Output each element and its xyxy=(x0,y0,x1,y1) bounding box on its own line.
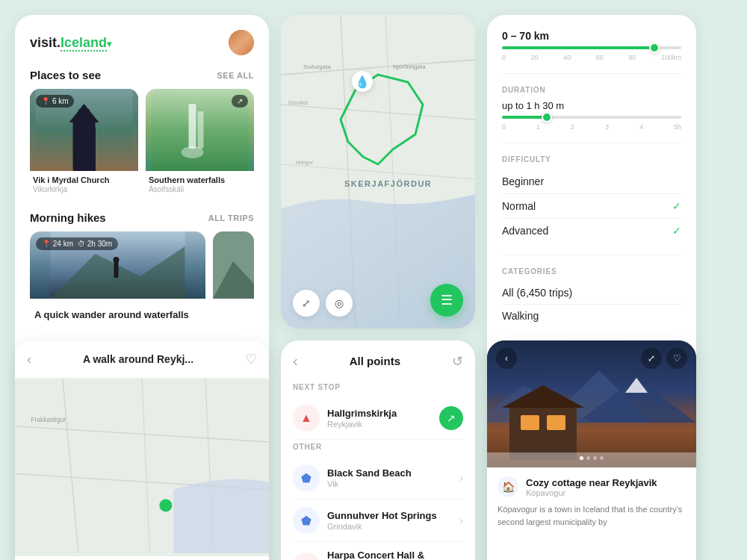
map-fab[interactable]: ☰ xyxy=(430,284,463,317)
cottage-heart-icon: ♡ xyxy=(673,353,681,364)
categories-filter: CATEGORIES All (6,450 trips) Walking xyxy=(502,267,681,327)
points-back-btn[interactable]: ‹ xyxy=(293,352,298,370)
map-controls: ⤢ ◎ xyxy=(293,290,353,317)
cottage-back-btn[interactable]: ‹ xyxy=(496,348,517,369)
logo-highlight: Iceland xyxy=(61,35,107,52)
distance-range-labels: 0 20 40 60 80 100km xyxy=(502,54,681,61)
point-name-springs: Gunnuhver Hot Springs xyxy=(327,510,452,521)
duration-thumb[interactable] xyxy=(542,112,552,122)
distance-thumb[interactable] xyxy=(649,43,660,53)
point-icon-black-sand: ⬟ xyxy=(293,464,320,491)
point-sub-black-sand: Vik xyxy=(327,479,452,488)
category-walking[interactable]: Walking xyxy=(502,305,681,327)
category-all[interactable]: All (6,450 trips) xyxy=(502,281,681,304)
places-see-all-link[interactable]: SEE ALL xyxy=(217,71,254,80)
card-cottage: ‹ ⤢ ♡ 🏠 xyxy=(487,340,696,560)
duration-filter: DURATION up to 1 h 30 m 0 1 2 3 4 5h xyxy=(502,86,681,131)
svg-point-13 xyxy=(114,257,120,263)
difficulty-normal-check: ✓ xyxy=(672,200,681,212)
distance-track[interactable] xyxy=(502,46,681,49)
hikes-row: 📍 24 km ⏱ 2h 30m A quick wander around w… xyxy=(30,231,254,322)
place-card-church[interactable]: 📍 6 km Vik i Myrdal Church Vikurkirkja xyxy=(30,89,138,195)
divider-3 xyxy=(502,255,681,255)
logo-text: visit.Iceland▾ xyxy=(30,35,111,50)
hike-item-main[interactable]: 📍 24 km ⏱ 2h 30m A quick wander around w… xyxy=(30,231,205,322)
points-refresh-icon[interactable]: ↺ xyxy=(452,353,463,370)
difficulty-normal[interactable]: Normal ✓ xyxy=(502,194,681,218)
map-share-btn[interactable]: ⤢ xyxy=(293,290,320,317)
svg-rect-4 xyxy=(79,109,90,112)
cottage-share-btn[interactable]: ⤢ xyxy=(641,348,662,369)
difficulty-beginner-label: Beginner xyxy=(502,175,544,187)
difficulty-advanced[interactable]: Advanced ✓ xyxy=(502,219,681,243)
compass-icon: ◎ xyxy=(335,297,344,309)
pin-icon: 💧 xyxy=(355,75,370,89)
cottage-name: Cozy cottage near Reykjavik xyxy=(526,477,657,488)
hall-icon: ▲ xyxy=(300,411,312,425)
place-badge-waterfall: ↗ xyxy=(232,95,248,108)
point-hot-springs[interactable]: ⬟ Gunnuhver Hot Springs Grindavik › xyxy=(293,500,463,542)
point-hallgrimskirkja[interactable]: ▲ Hallgrimskirkja Reykjavik ↗ xyxy=(293,397,463,440)
places-row: 📍 6 km Vik i Myrdal Church Vikurkirkja xyxy=(30,89,254,195)
category-all-label: All (6,450 trips) xyxy=(502,287,572,299)
duration-range-labels: 0 1 2 3 4 5h xyxy=(502,123,681,131)
app-header: visit.Iceland▾ xyxy=(30,30,254,55)
difficulty-filter: DIFFICULTY Beginner Normal ✓ Advanced ✓ xyxy=(502,155,681,243)
point-info-harpa: Harpa Concert Hall & Confer... Reykjavik xyxy=(327,550,452,560)
points-title: All points xyxy=(350,355,400,367)
map-pin[interactable]: 💧 xyxy=(352,71,373,92)
point-info-springs: Gunnuhver Hot Springs Grindavik xyxy=(327,510,452,531)
hike-item-secondary[interactable] xyxy=(213,231,254,322)
point-name-hall: Hallgrimskirkja xyxy=(327,408,432,419)
logo-dropdown-icon[interactable]: ▾ xyxy=(107,39,111,49)
point-info-hall: Hallgrimskirkja Reykjavik xyxy=(327,408,432,429)
map-compass-btn[interactable]: ◎ xyxy=(326,290,353,317)
difficulty-beginner[interactable]: Beginner xyxy=(502,169,681,193)
walk-back-btn[interactable]: ‹ xyxy=(27,352,31,367)
place-card-waterfall[interactable]: ↗ Southern waterfalls Ásoifsskáli xyxy=(146,89,254,195)
difficulty-advanced-label: Advanced xyxy=(502,225,548,237)
svg-point-9 xyxy=(182,146,204,158)
svg-rect-1 xyxy=(73,119,96,171)
hikes-all-trips-link[interactable]: ALL TRIPS xyxy=(208,214,254,223)
avatar[interactable] xyxy=(229,30,254,55)
point-black-sand[interactable]: ⬟ Black Sand Beach Vik › xyxy=(293,457,463,500)
logo-prefix: visit. xyxy=(30,35,61,50)
hikes-section-header: Morning hikes ALL TRIPS xyxy=(30,211,254,224)
svg-rect-5 xyxy=(78,134,91,149)
difficulty-section-label: DIFFICULTY xyxy=(502,155,681,164)
point-icon-springs: ⬟ xyxy=(293,507,320,534)
next-stop-label: NEXT STOP xyxy=(293,383,463,391)
card-walk: ‹ A walk around Reykj... ♡ Frakkastigur xyxy=(15,340,269,560)
duration-value: up to 1 h 30 m xyxy=(502,100,681,111)
svg-rect-44 xyxy=(487,452,696,467)
svg-rect-7 xyxy=(189,104,196,149)
hikes-section-title: Morning hikes xyxy=(30,211,106,224)
point-info-black-sand: Black Sand Beach Vik xyxy=(327,467,452,488)
point-harpa[interactable]: ▲ Harpa Concert Hall & Confer... Reykjav… xyxy=(293,542,463,560)
walk-map-svg: Frakkastigur xyxy=(15,379,269,553)
cottage-back-icon: ‹ xyxy=(505,353,508,364)
distance-label: 0 – 70 km xyxy=(502,30,681,42)
hikes-section: Morning hikes ALL TRIPS xyxy=(30,211,254,322)
map-fab-icon: ☰ xyxy=(441,292,453,308)
dot-4 xyxy=(600,456,604,460)
hike-img-2 xyxy=(213,231,254,299)
distance-fill xyxy=(502,46,654,49)
svg-point-33 xyxy=(159,500,172,512)
share-icon: ⤢ xyxy=(302,297,311,309)
difficulty-normal-label: Normal xyxy=(502,200,536,212)
duration-section-label: DURATION xyxy=(502,86,681,94)
map-svg: Suðurgata Njörðreigata Gizurkot Hringur … xyxy=(281,15,475,329)
hike-title: A quick wander around waterfalls xyxy=(33,309,202,320)
map-background: Suðurgata Njörðreigata Gizurkot Hringur … xyxy=(281,15,475,329)
other-label: OTHER xyxy=(293,443,463,451)
point-icon-harpa: ▲ xyxy=(293,553,320,561)
card-map-top: Suðurgata Njörðreigata Gizurkot Hringur … xyxy=(281,15,475,329)
duration-track[interactable] xyxy=(502,116,681,119)
place-sub-church: Vikurkirkja xyxy=(33,185,135,193)
walk-bookmark-icon[interactable]: ♡ xyxy=(245,351,257,367)
cottage-img-controls: ‹ ⤢ ♡ xyxy=(487,348,696,369)
point-nav-btn-hall[interactable]: ↗ xyxy=(439,406,463,430)
cottage-heart-btn[interactable]: ♡ xyxy=(666,348,687,369)
